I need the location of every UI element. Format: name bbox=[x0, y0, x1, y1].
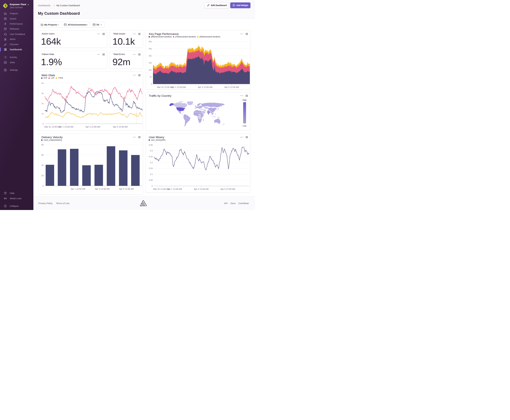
svg-text:0.05: 0.05 bbox=[149, 179, 153, 181]
svg-text:Apr 5 12:00 AM: Apr 5 12:00 AM bbox=[113, 126, 128, 128]
svg-text:Apr 3 12:00 AM: Apr 3 12:00 AM bbox=[194, 188, 208, 190]
svg-text:Apr 1 12:00 AM: Apr 1 12:00 AM bbox=[167, 188, 182, 190]
svg-text:25s: 25s bbox=[148, 47, 152, 50]
svg-text:Apr 3 12:00 AM: Apr 3 12:00 AM bbox=[95, 188, 110, 190]
svg-text:Apr 5 12:00 AM: Apr 5 12:00 AM bbox=[221, 188, 235, 190]
svg-text:0.15: 0.15 bbox=[149, 167, 153, 169]
svg-text:Apr 3 12:00 AM: Apr 3 12:00 AM bbox=[86, 126, 100, 128]
svg-text:Apr 1 12:00 AM: Apr 1 12:00 AM bbox=[71, 188, 85, 190]
svg-text:Apr 1 12:00 AM: Apr 1 12:00 AM bbox=[171, 86, 186, 88]
svg-text:5s: 5s bbox=[150, 76, 152, 78]
svg-text:0: 0 bbox=[43, 123, 44, 125]
svg-text:Mar 31 12:00 AM: Mar 31 12:00 AM bbox=[153, 188, 169, 190]
svg-text:3s: 3s bbox=[42, 92, 44, 94]
svg-text:Mar 31 12:00 AM: Mar 31 12:00 AM bbox=[44, 126, 61, 128]
svg-text:10s: 10s bbox=[148, 69, 152, 71]
svg-text:0.25: 0.25 bbox=[149, 156, 153, 158]
svg-text:Apr 1 12:00 AM: Apr 1 12:00 AM bbox=[59, 126, 73, 128]
svg-text:20s: 20s bbox=[148, 55, 152, 57]
svg-text:1s: 1s bbox=[42, 112, 44, 115]
svg-text:0.1: 0.1 bbox=[150, 173, 153, 175]
svg-text:Mar 31 12:00 AM: Mar 31 12:00 AM bbox=[157, 86, 173, 88]
svg-text:30s: 30s bbox=[148, 40, 152, 43]
svg-text:0: 0 bbox=[43, 185, 44, 187]
svg-text:15s: 15s bbox=[148, 62, 152, 64]
svg-text:20: 20 bbox=[41, 174, 44, 177]
svg-text:Apr 5 12:00 AM: Apr 5 12:00 AM bbox=[224, 86, 239, 88]
svg-text:0.35: 0.35 bbox=[149, 144, 153, 146]
svg-text:2s: 2s bbox=[42, 102, 44, 105]
svg-text:60: 60 bbox=[41, 154, 44, 156]
svg-text:Apr 5 12:00 AM: Apr 5 12:00 AM bbox=[119, 188, 134, 190]
svg-text:Apr 3 12:00 AM: Apr 3 12:00 AM bbox=[198, 86, 213, 88]
svg-text:40: 40 bbox=[41, 164, 44, 166]
svg-text:0: 0 bbox=[152, 185, 153, 187]
svg-text:80: 80 bbox=[41, 144, 44, 146]
svg-text:0.3: 0.3 bbox=[150, 150, 153, 152]
svg-text:0: 0 bbox=[151, 83, 152, 85]
svg-text:0.2: 0.2 bbox=[150, 161, 153, 164]
svg-text:4s: 4s bbox=[42, 82, 44, 84]
